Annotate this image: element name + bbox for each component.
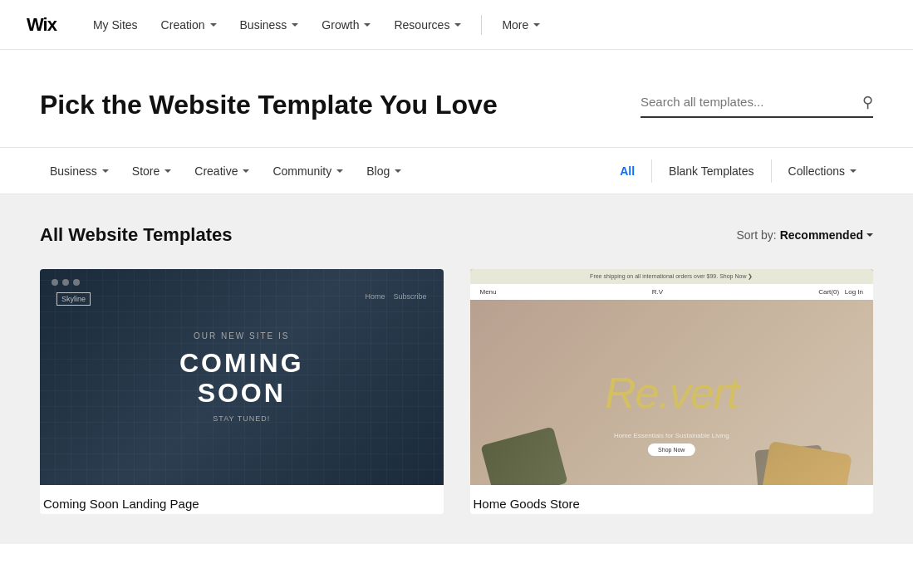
filter-categories: Business Store Creative Community Blog <box>40 159 603 183</box>
sort-control[interactable]: Sort by: Recommended <box>737 228 874 242</box>
template-card-home-goods[interactable]: Free shipping on all international order… <box>470 269 874 514</box>
filter-all[interactable]: All <box>603 159 652 183</box>
growth-label: Growth <box>322 18 359 32</box>
filter-community[interactable]: Community <box>263 159 353 183</box>
browser-dots <box>52 279 80 286</box>
creation-label: Creation <box>161 18 205 32</box>
hg-shop-btn: Shop Now <box>648 443 695 456</box>
my-sites-label: My Sites <box>93 18 138 32</box>
filter-blog[interactable]: Blog <box>356 159 411 183</box>
creation-chevron-icon <box>210 23 217 27</box>
filter-blog-label: Blog <box>366 164 390 178</box>
filter-all-label: All <box>620 164 635 178</box>
hg-actions: Cart(0) Log In <box>818 288 863 296</box>
hg-topbar: Free shipping on all international order… <box>470 269 874 284</box>
filter-creative[interactable]: Creative <box>184 159 259 183</box>
filter-community-chevron-icon <box>336 169 343 173</box>
hg-menu: Menu <box>480 288 497 296</box>
resources-label: Resources <box>394 18 449 32</box>
navbar-links: My Sites Creation Business Growth Resour… <box>83 12 886 38</box>
coming-soon-preview: Skyline Home Subscribe Our new site is C… <box>40 269 444 485</box>
filter-business-label: Business <box>50 164 97 178</box>
business-label: Business <box>240 18 287 32</box>
preview-logo: Skyline <box>56 292 91 306</box>
main-content: All Website Templates Sort by: Recommend… <box>0 194 913 544</box>
sort-value: Recommended <box>780 228 863 242</box>
template-thumbnail-coming-soon: Skyline Home Subscribe Our new site is C… <box>40 269 444 485</box>
business-chevron-icon <box>292 23 298 27</box>
wix-logo[interactable]: Wix <box>27 14 56 36</box>
more-chevron-icon <box>533 23 540 27</box>
preview-stay-tuned: STAY TUNED! <box>179 414 304 423</box>
sort-chevron-icon <box>866 233 873 237</box>
hg-nav: Menu R.V Cart(0) Log In <box>470 284 874 300</box>
filter-collections-chevron-icon <box>850 169 857 173</box>
preview-main-text: COMINGSOON <box>179 349 304 407</box>
navbar-my-sites[interactable]: My Sites <box>83 12 148 38</box>
dot-2 <box>62 279 69 286</box>
search-input[interactable] <box>641 95 862 109</box>
filter-store[interactable]: Store <box>122 159 181 183</box>
hg-body: Re.vert Home Essentials for Sustainable … <box>470 300 874 485</box>
filter-bar: Business Store Creative Community Blog A… <box>0 148 913 194</box>
section-title: All Website Templates <box>40 224 232 246</box>
filter-business[interactable]: Business <box>40 159 119 183</box>
filter-creative-chevron-icon <box>243 169 249 173</box>
hg-brand: R.V <box>652 288 663 296</box>
filter-blog-chevron-icon <box>395 169 401 173</box>
template-card-coming-soon[interactable]: Skyline Home Subscribe Our new site is C… <box>40 269 444 514</box>
filter-right-items: All Blank Templates Collections <box>603 159 873 183</box>
filter-store-chevron-icon <box>164 169 171 173</box>
navbar-more[interactable]: More <box>492 12 550 38</box>
hg-soap-1 <box>480 427 567 485</box>
growth-chevron-icon <box>364 23 371 27</box>
template-thumbnail-home-goods: Free shipping on all international order… <box>470 269 874 485</box>
search-icon[interactable]: ⚲ <box>862 93 873 111</box>
resources-chevron-icon <box>454 23 461 27</box>
navbar-business[interactable]: Business <box>230 12 309 38</box>
template-name-coming-soon: Coming Soon Landing Page <box>40 485 444 514</box>
template-grid: Skyline Home Subscribe Our new site is C… <box>40 269 873 514</box>
navbar-creation[interactable]: Creation <box>151 12 227 38</box>
home-goods-preview: Free shipping on all international order… <box>470 269 874 485</box>
navbar-resources[interactable]: Resources <box>384 12 471 38</box>
filter-store-label: Store <box>132 164 160 178</box>
navbar: Wix My Sites Creation Business Growth Re… <box>0 0 913 50</box>
filter-blank-label: Blank Templates <box>669 164 753 178</box>
preview-subtitle: Our new site is <box>179 331 304 341</box>
hg-soap-2 <box>761 441 852 485</box>
search-area: ⚲ <box>641 93 873 118</box>
more-label: More <box>502 18 528 32</box>
filter-collections[interactable]: Collections <box>772 159 873 183</box>
sort-label-text: Sort by: Recommended <box>737 228 864 242</box>
filter-community-label: Community <box>272 164 331 178</box>
filter-collections-label: Collections <box>788 164 845 178</box>
preview-nav: Home Subscribe <box>365 292 426 301</box>
filter-blank-templates[interactable]: Blank Templates <box>652 159 771 183</box>
hg-tagline: Home Essentials for Sustainable Living <box>614 432 729 439</box>
section-header: All Website Templates Sort by: Recommend… <box>40 224 873 246</box>
preview-content: Our new site is COMINGSOON STAY TUNED! <box>179 331 304 422</box>
dot-3 <box>73 279 80 286</box>
navbar-growth[interactable]: Growth <box>312 12 380 38</box>
dot-1 <box>52 279 58 286</box>
filter-creative-label: Creative <box>194 164 238 178</box>
hero-section: Pick the Website Template You Love ⚲ <box>0 50 913 148</box>
filter-business-chevron-icon <box>102 169 109 173</box>
hg-brand-name: Re.vert <box>605 371 739 414</box>
hero-title: Pick the Website Template You Love <box>40 90 498 120</box>
navbar-divider <box>481 15 482 35</box>
template-name-home-goods: Home Goods Store <box>470 485 874 514</box>
